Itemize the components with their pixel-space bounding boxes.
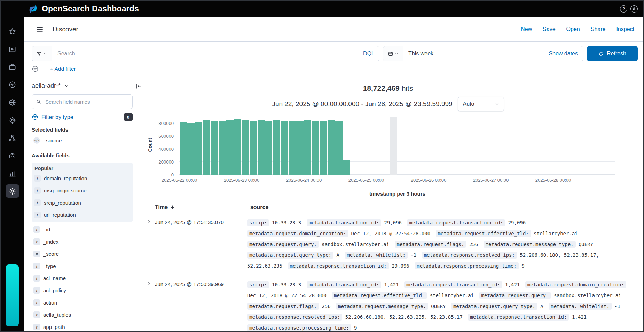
histogram-bar[interactable]	[242, 120, 249, 175]
histogram-bar[interactable]	[180, 122, 187, 175]
field-item-aella_tuples[interactable]: taella_tuples	[32, 309, 133, 321]
briefcase-icon[interactable]	[6, 60, 19, 73]
histogram-bar[interactable]	[320, 121, 327, 175]
histogram-bar[interactable]	[289, 121, 296, 175]
nav-action-share[interactable]: Share	[591, 26, 606, 32]
field-item-domain_reputation[interactable]: tdomain_reputation	[32, 172, 132, 184]
hits-value: 18,722,469	[363, 84, 400, 92]
expand-row-icon[interactable]	[144, 280, 153, 288]
calendar-button[interactable]	[383, 46, 403, 61]
histogram-bar[interactable]	[335, 121, 343, 175]
saved-query-button[interactable]	[32, 46, 52, 61]
field-value: -1	[408, 252, 416, 258]
network-icon[interactable]	[6, 131, 19, 144]
histogram-bar[interactable]	[203, 120, 210, 175]
chart-icon[interactable]	[6, 167, 19, 180]
interval-select[interactable]: Auto	[458, 97, 504, 111]
histogram-bar[interactable]	[281, 121, 288, 175]
nav-action-open[interactable]: Open	[566, 26, 580, 32]
refresh-label: Refresh	[607, 50, 626, 57]
console-icon[interactable]	[6, 42, 19, 56]
search-input[interactable]	[52, 46, 379, 61]
nav-action-save[interactable]: Save	[543, 26, 555, 32]
field-name: _index	[43, 239, 58, 245]
field-value: stellarcyber.ai	[531, 231, 578, 236]
field-value: sandbox.stellarcyber.ai	[319, 242, 389, 247]
target-icon[interactable]	[6, 113, 19, 127]
star-icon[interactable]	[6, 25, 19, 38]
index-pattern-select[interactable]: aella-adr-*	[32, 81, 69, 91]
field-item-msg_origin.source[interactable]: tmsg_origin.source	[32, 184, 132, 197]
field-item-acl_name[interactable]: tacl_name	[32, 272, 133, 284]
field-item-_id[interactable]: t_id	[32, 223, 133, 236]
field-item-_type[interactable]: t_type	[32, 260, 133, 272]
field-key: metadata.request.effective_tld:	[332, 292, 427, 299]
histogram-bar[interactable]	[226, 120, 234, 175]
field-name: _id	[43, 227, 50, 232]
histogram-bar[interactable]	[234, 119, 241, 175]
user-icon[interactable]	[630, 5, 638, 13]
field-item-_index[interactable]: t_index	[32, 236, 133, 248]
show-dates-button[interactable]: Show dates	[549, 50, 578, 57]
refresh-button[interactable]: Refresh	[587, 46, 638, 61]
field-pair: metadata.request.message_type: QUERY	[336, 303, 446, 309]
histogram-bar[interactable]	[258, 120, 265, 175]
field-item-_source[interactable]: </>_source	[32, 134, 133, 147]
field-item-_score[interactable]: #_score	[32, 248, 133, 260]
menu-toggle-icon[interactable]	[35, 24, 45, 34]
bot-icon[interactable]	[6, 149, 19, 162]
nav-action-inspect[interactable]: Inspect	[616, 26, 634, 32]
time-range-value[interactable]: This week	[408, 50, 433, 57]
field-item-action[interactable]: taction	[32, 297, 133, 309]
fields-sidebar: aella-adr-*	[32, 77, 136, 331]
saved-filters-icon[interactable]	[32, 65, 39, 72]
field-search-input[interactable]	[32, 94, 133, 109]
string-type-icon: t	[33, 263, 40, 269]
add-filter-button[interactable]: + Add filter	[50, 66, 76, 72]
field-pair: metadata.request.flags: 256	[395, 242, 478, 247]
settings-icon[interactable]	[6, 184, 19, 198]
histogram-bar[interactable]	[273, 120, 280, 175]
stellar-cyber-logo[interactable]	[6, 264, 19, 326]
chart-plot[interactable]	[179, 117, 615, 175]
histogram-chart[interactable]: Count 0200000400000600000800000 2025-06-…	[143, 117, 615, 189]
help-icon[interactable]: ?	[620, 5, 627, 13]
field-item-app_path[interactable]: tapp_path	[32, 321, 133, 331]
field-item-srcip_reputation[interactable]: tsrcip_reputation	[32, 197, 132, 209]
string-type-icon: t	[34, 175, 41, 182]
main-column: Discover NewSaveOpenShareInspect	[24, 17, 643, 331]
histogram-bar[interactable]	[343, 160, 351, 175]
field-item-url_reputation[interactable]: turl_reputation	[32, 209, 132, 221]
histogram-bar[interactable]	[195, 122, 203, 175]
histogram-bar[interactable]	[211, 121, 218, 175]
collapse-fields-icon[interactable]	[134, 82, 143, 91]
number-type-icon: #	[33, 251, 40, 257]
column-header-time[interactable]: Time	[155, 204, 247, 211]
histogram-bar[interactable]	[265, 121, 273, 175]
string-type-icon: t	[33, 226, 40, 233]
histogram-bar[interactable]	[187, 123, 195, 175]
column-header-source[interactable]: _source	[247, 204, 633, 211]
histogram-bar[interactable]	[250, 121, 257, 175]
chevron-down-icon	[495, 102, 500, 106]
pulse-icon[interactable]	[6, 78, 19, 91]
histogram-bar[interactable]	[304, 120, 312, 175]
filter-by-type-button[interactable]: Filter by type	[32, 114, 73, 120]
query-language-button[interactable]: DQL	[363, 50, 375, 57]
histogram-bar[interactable]	[312, 121, 319, 175]
opensearch-home-link[interactable]: OpenSearch Dashboards	[28, 4, 139, 14]
field-key: metadata.response.processing_time:	[415, 262, 519, 269]
field-pair: metadata.request.effective_tld: stellarc…	[332, 293, 474, 298]
field-pair: metadata.request.transaction_id: 1,421	[404, 282, 520, 287]
field-pair: metadata.transaction_id: 29,096	[307, 220, 402, 226]
field-value: stellarcyber.ai	[427, 293, 474, 298]
calendar-icon	[388, 51, 393, 56]
globe-icon[interactable]	[6, 96, 19, 109]
histogram-bar[interactable]	[219, 121, 226, 175]
histogram-bar[interactable]	[328, 120, 335, 175]
nav-action-new[interactable]: New	[521, 26, 532, 32]
breadcrumb[interactable]: Discover	[53, 25, 78, 33]
expand-row-icon[interactable]	[144, 218, 153, 227]
histogram-bar[interactable]	[296, 121, 304, 175]
field-item-acl_policy[interactable]: tacl_policy	[32, 284, 133, 297]
